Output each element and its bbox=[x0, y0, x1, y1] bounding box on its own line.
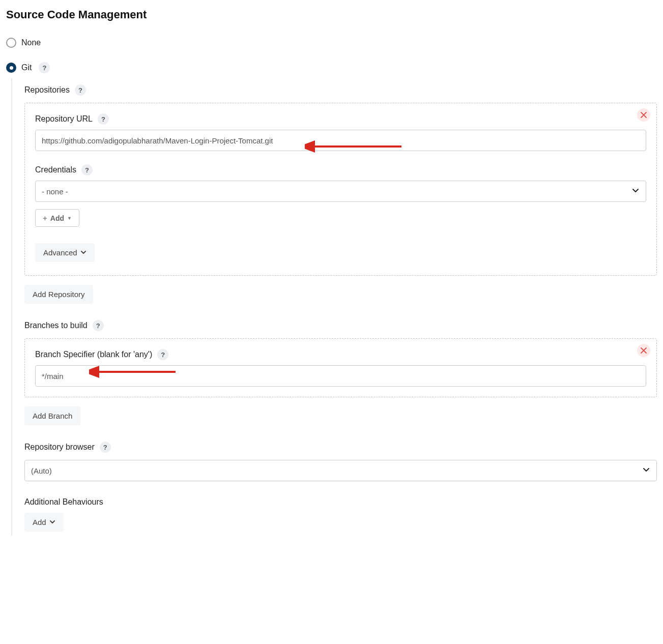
credentials-value: - none - bbox=[42, 187, 68, 196]
close-icon bbox=[641, 112, 647, 118]
repositories-label-text: Repositories bbox=[24, 85, 70, 95]
branch-specifier-label-text: Branch Specifier (blank for 'any') bbox=[35, 350, 152, 359]
credentials-select[interactable]: - none - bbox=[35, 181, 646, 202]
radio-icon bbox=[6, 38, 16, 48]
help-icon[interactable]: ? bbox=[98, 113, 109, 125]
add-credentials-button[interactable]: + Add ▼ bbox=[35, 209, 79, 227]
radio-icon-selected bbox=[6, 63, 16, 73]
branch-specifier-input[interactable] bbox=[35, 365, 646, 387]
branches-label: Branches to build ? bbox=[24, 320, 657, 331]
radio-label-none: None bbox=[21, 38, 41, 47]
git-config-block: Repositories ? Repository URL ? Credenti… bbox=[11, 78, 657, 536]
advanced-button[interactable]: Advanced bbox=[35, 243, 95, 262]
repo-browser-select[interactable]: (Auto) bbox=[24, 460, 657, 481]
plus-icon: + bbox=[43, 214, 47, 222]
repo-browser-value: (Auto) bbox=[31, 466, 52, 475]
repo-url-input[interactable] bbox=[35, 130, 646, 151]
close-icon bbox=[641, 347, 647, 354]
caret-down-icon: ▼ bbox=[67, 216, 72, 221]
help-icon[interactable]: ? bbox=[75, 84, 86, 96]
scm-option-git[interactable]: Git ? bbox=[6, 62, 657, 73]
credentials-label-text: Credentials bbox=[35, 165, 76, 174]
help-icon[interactable]: ? bbox=[81, 164, 93, 175]
repo-browser-label-text: Repository browser bbox=[24, 443, 95, 452]
scm-option-none[interactable]: None bbox=[6, 38, 657, 48]
branches-label-text: Branches to build bbox=[24, 321, 88, 330]
add-cred-label: Add bbox=[50, 214, 64, 222]
chevron-down-icon bbox=[80, 248, 87, 257]
repo-url-label: Repository URL ? bbox=[35, 113, 646, 125]
remove-branch-button[interactable] bbox=[637, 344, 650, 357]
add-behaviour-label: Add bbox=[33, 518, 46, 526]
additional-behaviours-label: Additional Behaviours bbox=[24, 497, 657, 507]
add-branch-label: Add Branch bbox=[33, 412, 72, 420]
help-icon[interactable]: ? bbox=[157, 349, 168, 360]
repo-browser-label: Repository browser ? bbox=[24, 442, 657, 453]
add-branch-button[interactable]: Add Branch bbox=[24, 406, 80, 425]
branch-panel: Branch Specifier (blank for 'any') ? bbox=[24, 338, 657, 397]
advanced-label: Advanced bbox=[43, 248, 77, 257]
repo-url-label-text: Repository URL bbox=[35, 114, 93, 124]
add-repository-label: Add Repository bbox=[33, 290, 85, 299]
repository-panel: Repository URL ? Credentials ? - none - … bbox=[24, 103, 657, 276]
help-icon[interactable]: ? bbox=[93, 320, 104, 331]
help-icon[interactable]: ? bbox=[100, 442, 111, 453]
credentials-label: Credentials ? bbox=[35, 164, 646, 175]
help-icon[interactable]: ? bbox=[39, 62, 50, 73]
branch-specifier-label: Branch Specifier (blank for 'any') ? bbox=[35, 349, 646, 360]
page-title: Source Code Management bbox=[6, 8, 657, 21]
additional-behaviours-label-text: Additional Behaviours bbox=[24, 497, 103, 507]
repositories-label: Repositories ? bbox=[24, 84, 657, 96]
add-behaviour-button[interactable]: Add bbox=[24, 513, 64, 532]
remove-repository-button[interactable] bbox=[637, 108, 650, 122]
radio-label-git: Git bbox=[21, 63, 32, 72]
chevron-down-icon bbox=[49, 518, 55, 526]
add-repository-button[interactable]: Add Repository bbox=[24, 285, 93, 304]
